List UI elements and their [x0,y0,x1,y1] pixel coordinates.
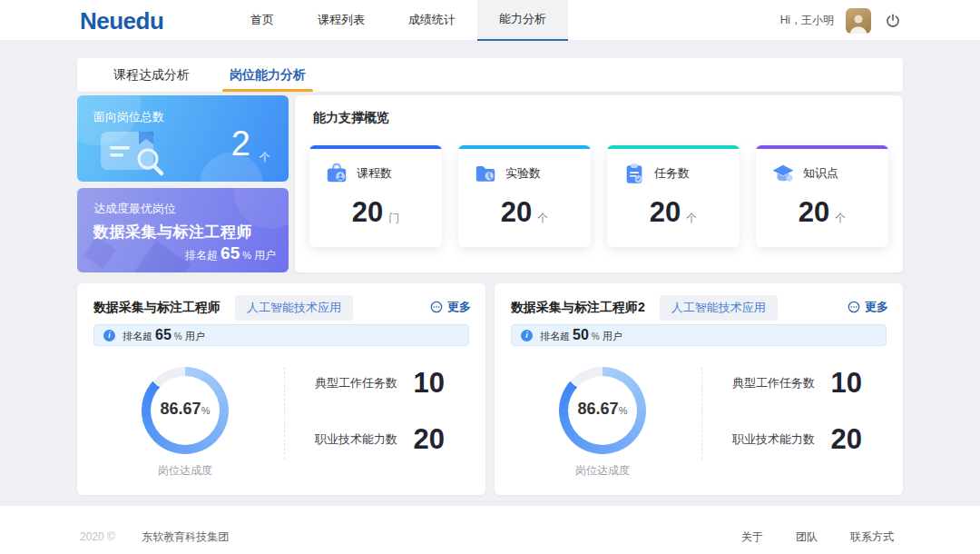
stat-unit: 个 [835,212,846,224]
logout-power-button[interactable] [883,11,903,31]
user-greeting: Hi，王小明 [780,13,834,28]
info-icon: i [521,330,533,341]
capability-overview-panel: 能力支撑概览 课程数 20门 [295,95,903,272]
rank-value: 65 [220,243,240,263]
stat-label: 知识点 [803,165,838,182]
footer-links: 关于 团队 联系方式 [741,529,894,545]
overview-stat-cards: 课程数 20门 实验数 20个 [306,145,892,247]
rank-percent-sign: % [242,250,251,261]
best-position-rank: 排名超 65 % 用户 [185,243,276,263]
stat-row-value: 20 [831,423,862,456]
donut-label: 岗位达成度 [550,463,655,479]
stat-row-skills: 职业技术能力数 20 [732,420,862,460]
stat-card-tasks: 任务数 20个 [607,145,740,247]
rank-prefix: 排名超 [122,330,152,343]
dashed-divider [284,367,285,460]
active-tab-underline [222,89,313,92]
stat-row-value: 10 [414,367,445,400]
person-photo-icon [846,10,871,34]
stat-row-label: 职业技术能力数 [315,431,397,448]
stat-row-value: 20 [414,423,445,456]
user-area: Hi，王小明 [780,0,903,41]
stat-row-skills: 职业技术能力数 20 [315,420,445,460]
more-label: 更多 [865,299,888,315]
nav-item-ability[interactable]: 能力分析 [477,0,568,41]
dashed-divider [701,367,702,460]
position-card-2: 数据采集与标注工程师2 人工智能技术应用 更多 i 排名超 50 % 用户 [495,283,903,495]
position-title: 数据采集与标注工程师 [93,300,220,316]
copyright-year: 2020 © [80,530,115,543]
stat-value: 20 [799,196,829,228]
best-position-title: 达成度最优岗位 [93,201,176,217]
rank-suffix: 用户 [254,248,276,263]
rank-prefix: 排名超 [185,248,218,263]
stat-row-tasks: 典型工作任务数 10 [732,363,862,403]
rank-value: 65 [155,327,172,343]
footer-link-contact[interactable]: 联系方式 [850,529,894,545]
stat-value: 20 [501,196,532,228]
avatar[interactable] [846,8,871,34]
stat-row-value: 10 [831,367,862,400]
analysis-tabbar: 课程达成分析 岗位能力分析 [77,58,903,92]
more-button[interactable]: 更多 [430,299,471,315]
position-tag: 人工智能技术应用 [660,295,778,321]
position-stats: 典型工作任务数 10 职业技术能力数 20 [315,363,445,476]
tab-course-analysis[interactable]: 课程达成分析 [93,58,210,92]
stat-unit: 个 [686,212,697,224]
power-icon [885,13,901,29]
document-search-illustration [95,124,193,179]
rank-banner: i 排名超 65 % 用户 [93,324,469,346]
rank-percent-sign: % [592,331,600,341]
stat-card-knowledge: 知识点 20个 [756,145,888,247]
stat-label: 课程数 [357,165,392,182]
stat-label: 任务数 [654,165,690,182]
circle-ellipsis-icon [430,301,443,313]
nav-item-grades[interactable]: 成绩统计 [387,0,477,41]
top-nav: Neuedu 首页 课程列表 成绩统计 能力分析 Hi，王小明 [0,0,980,41]
tab-position-analysis[interactable]: 岗位能力分析 [210,58,326,92]
info-icon: i [103,330,115,341]
stat-value: 20 [650,196,681,228]
course-icon [325,162,348,185]
donut-label: 岗位达成度 [132,463,238,479]
donut-value: 86.67 [578,400,619,419]
donut-percent-sign: % [619,405,628,416]
stat-row-label: 典型工作任务数 [315,375,397,391]
position-stats: 典型工作任务数 10 职业技术能力数 20 [732,363,862,476]
more-button[interactable]: 更多 [848,299,888,315]
stat-card-experiments: 实验数 20个 [458,145,591,247]
footer-link-about[interactable]: 关于 [741,529,763,545]
stat-row-tasks: 典型工作任务数 10 [315,363,445,403]
position-card-1: 数据采集与标注工程师 人工智能技术应用 更多 i 排名超 65 % 用户 [77,283,485,495]
more-label: 更多 [447,299,471,315]
stat-label: 实验数 [505,165,541,182]
overview-title: 能力支撑概览 [313,110,389,126]
stat-value: 20 [352,196,383,228]
donut-percent-sign: % [201,405,211,416]
knowledge-icon [771,162,795,185]
total-positions-card: 面向岗位总数 2 个 [77,95,289,182]
attainment-donut-chart: 86.67 % [559,367,646,454]
task-icon [622,162,646,185]
nav-item-courses[interactable]: 课程列表 [296,0,387,41]
rank-suffix: 用户 [603,330,622,343]
best-position-name: 数据采集与标注工程师 [93,222,252,242]
rank-suffix: 用户 [185,330,205,343]
page-footer: 2020 © 东软教育科技集团 关于 团队 联系方式 [0,506,980,554]
tab-position-analysis-label: 岗位能力分析 [230,67,306,82]
brand-logo[interactable]: Neuedu [80,7,163,35]
rank-percent-sign: % [174,331,182,341]
nav-item-home[interactable]: 首页 [229,0,296,41]
stat-unit: 门 [388,212,399,224]
main-nav: 首页 课程列表 成绩统计 能力分析 [229,0,568,41]
footer-link-team[interactable]: 团队 [796,529,818,545]
circle-ellipsis-icon [848,301,860,313]
experiment-icon [474,162,497,185]
dashboard-page: Neuedu 首页 课程列表 成绩统计 能力分析 Hi，王小明 [0,0,980,554]
total-positions-unit: 个 [260,150,270,165]
donut-value: 86.67 [161,400,201,419]
rank-banner: i 排名超 50 % 用户 [511,324,887,346]
rank-value: 50 [573,327,589,343]
position-tag: 人工智能技术应用 [235,295,353,321]
rank-prefix: 排名超 [540,330,570,343]
